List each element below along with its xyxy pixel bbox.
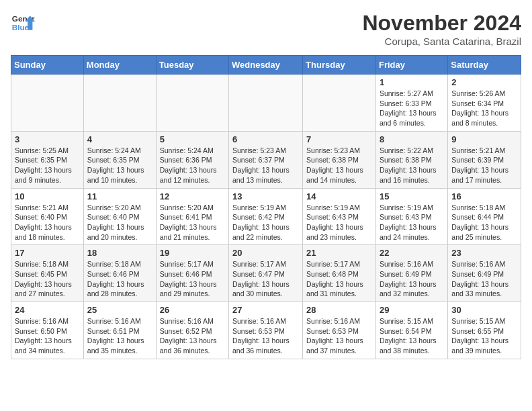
weekday-header-cell: Wednesday <box>229 56 303 75</box>
day-number: 25 <box>87 305 152 315</box>
calendar-day-cell: 21Sunrise: 5:17 AM Sunset: 6:48 PM Dayli… <box>303 245 376 302</box>
day-number: 9 <box>451 134 517 144</box>
day-number: 20 <box>232 248 299 258</box>
day-number: 13 <box>232 191 299 201</box>
day-number: 29 <box>380 305 444 315</box>
calendar-day-cell: 16Sunrise: 5:18 AM Sunset: 6:44 PM Dayli… <box>448 188 521 245</box>
day-number: 21 <box>306 248 372 258</box>
calendar-day-cell: 25Sunrise: 5:16 AM Sunset: 6:51 PM Dayli… <box>83 302 156 359</box>
calendar-week-row: 10Sunrise: 5:21 AM Sunset: 6:40 PM Dayli… <box>11 188 521 245</box>
title-area: November 2024 Corupa, Santa Catarina, Br… <box>362 11 521 47</box>
weekday-header-cell: Sunday <box>11 56 84 75</box>
calendar-day-cell: 7Sunrise: 5:23 AM Sunset: 6:38 PM Daylig… <box>303 131 376 188</box>
day-info: Sunrise: 5:24 AM Sunset: 6:36 PM Dayligh… <box>160 146 225 185</box>
day-info: Sunrise: 5:16 AM Sunset: 6:51 PM Dayligh… <box>87 316 152 356</box>
calendar-day-cell: 20Sunrise: 5:17 AM Sunset: 6:47 PM Dayli… <box>229 245 303 302</box>
logo: General Blue <box>11 11 35 35</box>
calendar-day-cell: 9Sunrise: 5:21 AM Sunset: 6:39 PM Daylig… <box>448 131 521 188</box>
day-info: Sunrise: 5:19 AM Sunset: 6:43 PM Dayligh… <box>306 203 372 242</box>
calendar-day-cell: 3Sunrise: 5:25 AM Sunset: 6:35 PM Daylig… <box>11 131 84 188</box>
day-info: Sunrise: 5:17 AM Sunset: 6:48 PM Dayligh… <box>306 259 372 299</box>
day-info: Sunrise: 5:18 AM Sunset: 6:44 PM Dayligh… <box>451 203 517 242</box>
day-info: Sunrise: 5:15 AM Sunset: 6:54 PM Dayligh… <box>380 316 444 356</box>
day-number: 7 <box>306 134 372 144</box>
day-number: 6 <box>232 134 299 144</box>
day-info: Sunrise: 5:17 AM Sunset: 6:46 PM Dayligh… <box>160 259 225 299</box>
calendar-day-cell: 17Sunrise: 5:18 AM Sunset: 6:45 PM Dayli… <box>11 245 84 302</box>
weekday-header-cell: Friday <box>375 56 447 75</box>
day-number: 10 <box>15 191 80 201</box>
calendar-day-cell: 12Sunrise: 5:20 AM Sunset: 6:41 PM Dayli… <box>156 188 228 245</box>
day-info: Sunrise: 5:17 AM Sunset: 6:47 PM Dayligh… <box>232 259 299 299</box>
logo-icon: General Blue <box>11 11 35 35</box>
day-number: 26 <box>160 305 225 315</box>
weekday-header: SundayMondayTuesdayWednesdayThursdayFrid… <box>11 56 521 75</box>
calendar-day-cell: 8Sunrise: 5:22 AM Sunset: 6:38 PM Daylig… <box>375 131 447 188</box>
day-info: Sunrise: 5:20 AM Sunset: 6:41 PM Dayligh… <box>160 203 225 242</box>
day-info: Sunrise: 5:23 AM Sunset: 6:37 PM Dayligh… <box>232 146 299 185</box>
day-info: Sunrise: 5:16 AM Sunset: 6:50 PM Dayligh… <box>15 316 80 356</box>
calendar-day-cell: 29Sunrise: 5:15 AM Sunset: 6:54 PM Dayli… <box>375 302 447 359</box>
calendar-day-cell: 10Sunrise: 5:21 AM Sunset: 6:40 PM Dayli… <box>11 188 84 245</box>
day-number: 23 <box>451 248 517 258</box>
weekday-header-cell: Monday <box>83 56 156 75</box>
day-number: 11 <box>87 191 152 201</box>
day-info: Sunrise: 5:16 AM Sunset: 6:49 PM Dayligh… <box>380 259 444 299</box>
weekday-header-cell: Saturday <box>448 56 521 75</box>
weekday-header-cell: Tuesday <box>156 56 228 75</box>
calendar-day-cell: 24Sunrise: 5:16 AM Sunset: 6:50 PM Dayli… <box>11 302 84 359</box>
svg-text:Blue: Blue <box>12 23 30 32</box>
calendar-body: 1Sunrise: 5:27 AM Sunset: 6:33 PM Daylig… <box>11 75 521 359</box>
day-info: Sunrise: 5:24 AM Sunset: 6:35 PM Dayligh… <box>87 146 152 185</box>
calendar-day-cell: 13Sunrise: 5:19 AM Sunset: 6:42 PM Dayli… <box>229 188 303 245</box>
day-number: 17 <box>15 248 80 258</box>
calendar-day-cell <box>11 75 84 132</box>
day-number: 12 <box>160 191 225 201</box>
calendar-day-cell: 4Sunrise: 5:24 AM Sunset: 6:35 PM Daylig… <box>83 131 156 188</box>
calendar-day-cell: 5Sunrise: 5:24 AM Sunset: 6:36 PM Daylig… <box>156 131 228 188</box>
calendar-day-cell: 19Sunrise: 5:17 AM Sunset: 6:46 PM Dayli… <box>156 245 228 302</box>
calendar-day-cell: 23Sunrise: 5:16 AM Sunset: 6:49 PM Dayli… <box>448 245 521 302</box>
day-info: Sunrise: 5:23 AM Sunset: 6:38 PM Dayligh… <box>306 146 372 185</box>
calendar-day-cell: 6Sunrise: 5:23 AM Sunset: 6:37 PM Daylig… <box>229 131 303 188</box>
calendar-table: SundayMondayTuesdayWednesdayThursdayFrid… <box>11 55 521 359</box>
day-info: Sunrise: 5:19 AM Sunset: 6:43 PM Dayligh… <box>380 203 444 242</box>
calendar-day-cell <box>83 75 156 132</box>
calendar-day-cell: 18Sunrise: 5:18 AM Sunset: 6:46 PM Dayli… <box>83 245 156 302</box>
calendar-day-cell: 14Sunrise: 5:19 AM Sunset: 6:43 PM Dayli… <box>303 188 376 245</box>
day-number: 5 <box>160 134 225 144</box>
calendar-day-cell: 30Sunrise: 5:15 AM Sunset: 6:55 PM Dayli… <box>448 302 521 359</box>
calendar-week-row: 3Sunrise: 5:25 AM Sunset: 6:35 PM Daylig… <box>11 131 521 188</box>
calendar-day-cell <box>156 75 228 132</box>
day-number: 28 <box>306 305 372 315</box>
calendar-day-cell: 11Sunrise: 5:20 AM Sunset: 6:40 PM Dayli… <box>83 188 156 245</box>
day-number: 1 <box>380 77 444 87</box>
day-number: 27 <box>232 305 299 315</box>
calendar-day-cell <box>229 75 303 132</box>
day-info: Sunrise: 5:16 AM Sunset: 6:53 PM Dayligh… <box>232 316 299 356</box>
day-number: 24 <box>15 305 80 315</box>
calendar-day-cell <box>303 75 376 132</box>
day-number: 14 <box>306 191 372 201</box>
day-info: Sunrise: 5:16 AM Sunset: 6:53 PM Dayligh… <box>306 316 372 356</box>
day-info: Sunrise: 5:25 AM Sunset: 6:35 PM Dayligh… <box>15 146 80 185</box>
day-info: Sunrise: 5:26 AM Sunset: 6:34 PM Dayligh… <box>451 89 517 128</box>
day-number: 8 <box>380 134 444 144</box>
calendar-day-cell: 2Sunrise: 5:26 AM Sunset: 6:34 PM Daylig… <box>448 75 521 132</box>
calendar-day-cell: 27Sunrise: 5:16 AM Sunset: 6:53 PM Dayli… <box>229 302 303 359</box>
day-number: 16 <box>451 191 517 201</box>
weekday-header-cell: Thursday <box>303 56 376 75</box>
day-info: Sunrise: 5:22 AM Sunset: 6:38 PM Dayligh… <box>380 146 444 185</box>
calendar-week-row: 24Sunrise: 5:16 AM Sunset: 6:50 PM Dayli… <box>11 302 521 359</box>
day-info: Sunrise: 5:16 AM Sunset: 6:49 PM Dayligh… <box>451 259 517 299</box>
day-info: Sunrise: 5:18 AM Sunset: 6:45 PM Dayligh… <box>15 259 80 299</box>
month-title: November 2024 <box>362 11 521 36</box>
day-number: 4 <box>87 134 152 144</box>
day-number: 19 <box>160 248 225 258</box>
location: Corupa, Santa Catarina, Brazil <box>362 36 521 47</box>
day-number: 3 <box>15 134 80 144</box>
day-info: Sunrise: 5:21 AM Sunset: 6:40 PM Dayligh… <box>15 203 80 242</box>
header: General Blue November 2024 Corupa, Santa… <box>11 11 521 47</box>
calendar-day-cell: 15Sunrise: 5:19 AM Sunset: 6:43 PM Dayli… <box>375 188 447 245</box>
calendar-week-row: 17Sunrise: 5:18 AM Sunset: 6:45 PM Dayli… <box>11 245 521 302</box>
